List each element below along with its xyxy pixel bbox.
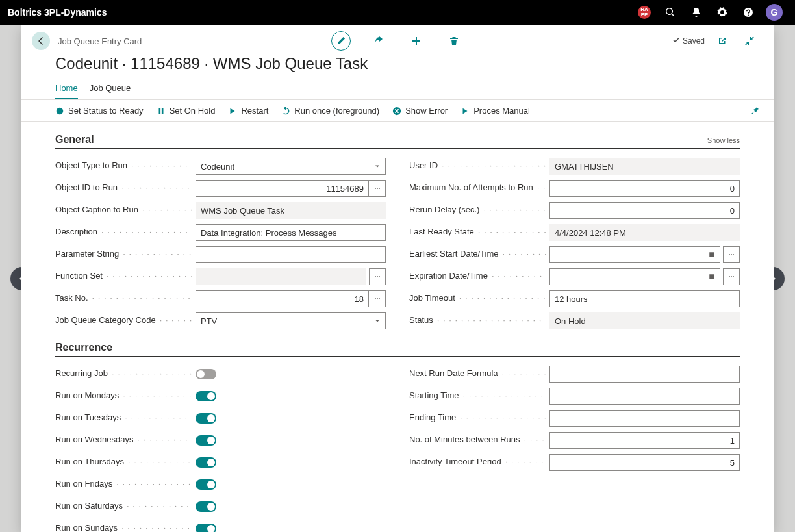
object-type-select[interactable]: Codeunit xyxy=(196,158,386,175)
pin-icon[interactable] xyxy=(749,105,759,117)
minutes-between-input[interactable] xyxy=(549,432,740,449)
collapse-icon[interactable] xyxy=(740,31,759,51)
last-ready-value: 4/4/2024 12:48 PM xyxy=(549,224,740,241)
label-description: Description xyxy=(55,227,192,238)
action-show-error[interactable]: Show Error xyxy=(392,104,448,118)
svg-point-10 xyxy=(379,276,380,277)
object-id-lookup[interactable] xyxy=(369,180,386,197)
label-sun: Run on Sundays xyxy=(55,523,192,532)
job-queue-category-select[interactable]: PTV xyxy=(196,312,386,329)
action-restart[interactable]: Restart xyxy=(228,104,268,118)
head-actions-center xyxy=(331,31,464,51)
rerun-delay-input[interactable] xyxy=(549,202,740,219)
svg-point-6 xyxy=(731,254,732,255)
description-input[interactable] xyxy=(196,224,386,241)
recurrence-grid: Recurring Job Next Run Date Formula Run … xyxy=(55,365,740,532)
action-run-once[interactable]: Run once (foreground) xyxy=(281,104,379,118)
label-inactivity-timeout: Inactivity Timeout Period xyxy=(409,457,546,468)
section-general-header: General Show less xyxy=(55,134,740,149)
object-id-input[interactable] xyxy=(196,180,369,197)
ending-time-input[interactable] xyxy=(549,410,740,427)
function-set-more[interactable] xyxy=(369,268,386,285)
earliest-start-calendar[interactable] xyxy=(703,246,720,263)
label-wed: Run on Wednesdays xyxy=(55,435,192,446)
svg-point-4 xyxy=(379,188,380,189)
back-button[interactable] xyxy=(32,32,50,50)
label-tue: Run on Tuesdays xyxy=(55,412,192,424)
topbar: Boltrics 3PL-Dynamics RA PP G xyxy=(0,0,795,25)
action-set-hold[interactable]: Set On Hold xyxy=(157,104,216,118)
job-timeout-input[interactable] xyxy=(549,290,740,307)
search-icon[interactable] xyxy=(657,0,683,25)
svg-point-3 xyxy=(377,188,378,189)
next-formula-input[interactable] xyxy=(549,366,740,383)
general-grid: Object Type to Run Codeunit User ID GMAT… xyxy=(55,157,740,330)
card-header: Job Queue Entry Card Saved xyxy=(21,25,774,51)
toggle-wed[interactable] xyxy=(196,435,216,446)
toggle-fri[interactable] xyxy=(196,479,216,490)
expiration-more[interactable] xyxy=(723,268,740,285)
label-object-type: Object Type to Run xyxy=(55,160,192,172)
delete-icon[interactable] xyxy=(444,31,464,51)
earliest-start-input[interactable] xyxy=(549,246,703,263)
tab-jobqueue[interactable]: Job Queue xyxy=(90,79,131,99)
user-id-value: GMATTHIJSEN xyxy=(549,158,740,175)
task-no-more[interactable] xyxy=(369,290,386,307)
label-next-formula: Next Run Date Formula xyxy=(409,368,546,380)
label-ending-time: Ending Time xyxy=(409,412,546,424)
svg-point-0 xyxy=(57,107,64,114)
label-object-id: Object ID to Run xyxy=(55,183,192,194)
toggle-thu[interactable] xyxy=(196,457,216,468)
tab-home[interactable]: Home xyxy=(55,79,78,99)
svg-point-11 xyxy=(729,276,730,277)
max-attempts-input[interactable] xyxy=(549,180,740,197)
starting-time-input[interactable] xyxy=(549,388,740,405)
label-user-id: User ID xyxy=(409,160,546,172)
new-icon[interactable] xyxy=(407,31,426,51)
svg-point-7 xyxy=(733,254,734,255)
svg-point-16 xyxy=(379,298,380,299)
section-recurrence-title: Recurrence xyxy=(55,342,112,353)
page-title: Codeunit · 11154689 · WMS Job Queue Task xyxy=(21,51,774,79)
label-thu: Run on Thursdays xyxy=(55,457,192,468)
tabs: Home Job Queue xyxy=(21,79,774,100)
earliest-start-more[interactable] xyxy=(723,246,740,263)
toggle-mon[interactable] xyxy=(196,391,216,401)
object-caption-value: WMS Job Queue Task xyxy=(196,202,386,219)
action-set-ready[interactable]: Set Status to Ready xyxy=(55,104,144,118)
stage: Job Queue Entry Card Saved xyxy=(0,25,795,532)
share-icon[interactable] xyxy=(369,31,388,51)
label-rerun-delay: Rerun Delay (sec.) xyxy=(409,205,546,216)
toggle-sun[interactable] xyxy=(196,524,216,532)
expiration-calendar[interactable] xyxy=(703,268,720,285)
action-proces-manual[interactable]: Proces Manual xyxy=(461,104,530,118)
help-icon[interactable] xyxy=(735,0,761,25)
popout-icon[interactable] xyxy=(713,31,732,51)
label-task-no: Task No. xyxy=(55,293,192,305)
app-title: Boltrics 3PL-Dynamics xyxy=(8,7,107,18)
user-avatar[interactable]: G xyxy=(761,0,787,25)
inactivity-timeout-input[interactable] xyxy=(549,454,740,471)
label-job-queue-category: Job Queue Category Code xyxy=(55,315,192,327)
toggle-recurring[interactable] xyxy=(196,369,216,379)
label-minutes-between: No. of Minutes between Runs xyxy=(409,435,546,446)
svg-point-2 xyxy=(375,188,376,189)
label-earliest-start: Earliest Start Date/Time xyxy=(409,249,546,260)
svg-point-8 xyxy=(375,276,376,277)
function-set-value xyxy=(196,268,366,285)
svg-point-5 xyxy=(729,254,730,255)
task-no-input[interactable] xyxy=(196,290,369,307)
expiration-input[interactable] xyxy=(549,268,703,285)
rapp-badge[interactable]: RA PP xyxy=(631,0,657,25)
section-recurrence-header: Recurrence xyxy=(55,342,740,357)
svg-point-9 xyxy=(377,276,378,277)
toggle-sat[interactable] xyxy=(196,501,216,512)
show-less-button[interactable]: Show less xyxy=(707,136,740,144)
notification-icon[interactable] xyxy=(683,0,709,25)
edit-button[interactable] xyxy=(331,31,351,51)
settings-icon[interactable] xyxy=(709,0,735,25)
parameter-string-input[interactable] xyxy=(196,246,386,263)
svg-point-13 xyxy=(733,276,734,277)
toggle-tue[interactable] xyxy=(196,413,216,424)
label-last-ready: Last Ready State xyxy=(409,227,546,238)
